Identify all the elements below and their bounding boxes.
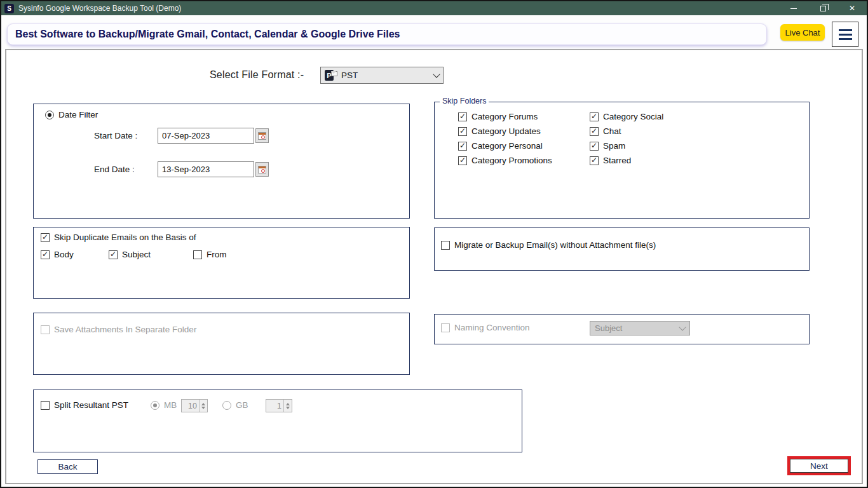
split-pst-group: Split Resultant PST MB 10 GB 1 (33, 390, 522, 452)
gb-size-spinner: 1 (266, 399, 292, 412)
end-date-row: End Date : (94, 161, 269, 177)
file-format-value: PST (341, 71, 358, 80)
spinner-arrows-icon (283, 400, 292, 412)
checkbox-icon (41, 250, 50, 259)
checkbox-subject[interactable]: Subject (109, 250, 151, 259)
checkbox-icon (41, 401, 50, 410)
close-button[interactable]: ✕ (837, 1, 867, 15)
mb-size-spinner: 10 (181, 399, 208, 412)
mb-size-value: 10 (182, 402, 199, 410)
checkbox-category-updates[interactable]: Category Updates (458, 126, 590, 136)
start-date-input[interactable] (158, 128, 254, 144)
naming-convention-group: Naming Convention Subject (434, 314, 810, 344)
checkbox-icon (441, 241, 450, 250)
save-attachments-group: Save Attachments In Separate Folder (33, 313, 410, 375)
checkbox-icon (458, 142, 467, 151)
date-filter-radio[interactable]: Date Filter (45, 110, 98, 119)
radio-icon (151, 401, 159, 410)
checkbox-category-personal[interactable]: Category Personal (458, 141, 590, 151)
skip-folders-group: Skip Folders Category Forums Category So… (434, 102, 810, 219)
checkbox-category-social[interactable]: Category Social (590, 112, 809, 121)
start-date-picker-button[interactable] (255, 128, 269, 143)
minimize-button[interactable] (779, 1, 808, 15)
radio-icon (45, 111, 54, 119)
checkbox-body[interactable]: Body (41, 250, 74, 259)
end-date-picker-button[interactable] (255, 162, 269, 177)
spinner-arrows-icon (199, 400, 207, 412)
checkbox-from[interactable]: From (193, 250, 227, 259)
checkbox-icon (193, 250, 202, 259)
next-button[interactable]: Next (790, 459, 848, 473)
window-title: Sysinfo Google Workspace Backup Tool (De… (18, 4, 181, 13)
checkbox-starred[interactable]: Starred (590, 156, 809, 165)
file-format-label: Select File Format :- (210, 69, 304, 81)
gb-size-value: 1 (266, 402, 283, 410)
checkbox-icon (590, 112, 599, 121)
restore-icon (820, 6, 826, 11)
outlook-pst-icon: P (325, 70, 337, 81)
date-filter-group: Date Filter Start Date : End Date : (33, 104, 410, 219)
end-date-label: End Date : (94, 165, 158, 174)
checkbox-icon (458, 127, 467, 136)
checkbox-chat[interactable]: Chat (590, 126, 809, 136)
checkbox-icon (41, 233, 50, 242)
radio-mb: MB (151, 400, 177, 410)
checkbox-category-forums[interactable]: Category Forums (458, 112, 590, 121)
main-panel: Select File Format :- P PST Date Filter … (5, 49, 863, 484)
chevron-down-icon (679, 323, 686, 330)
envelope-icon (331, 71, 337, 76)
calendar-icon (258, 132, 266, 140)
attachments-filter-group: Migrate or Backup Email(s) without Attac… (434, 227, 810, 271)
skip-folders-grid: Category Forums Category Social Category… (435, 102, 809, 165)
naming-convention-value: Subject (595, 323, 622, 333)
checkbox-icon (590, 156, 599, 165)
chevron-down-icon (433, 71, 440, 78)
checkbox-icon (441, 323, 450, 332)
checkbox-icon (590, 142, 599, 151)
start-date-row: Start Date : (94, 128, 269, 144)
checkbox-without-attachments[interactable]: Migrate or Backup Email(s) without Attac… (441, 240, 656, 250)
hamburger-icon (839, 29, 852, 31)
naming-convention-select: Subject (590, 321, 690, 336)
skip-duplicates-group: Skip Duplicate Emails on the Basis of Bo… (33, 227, 410, 299)
checkbox-save-attachments: Save Attachments In Separate Folder (41, 325, 196, 334)
end-date-input[interactable] (158, 161, 254, 177)
next-button-highlight: Next (787, 456, 851, 475)
checkbox-skip-duplicates[interactable]: Skip Duplicate Emails on the Basis of (41, 233, 196, 242)
window-controls: ✕ (779, 1, 867, 15)
checkbox-naming-convention: Naming Convention (441, 323, 530, 332)
date-filter-radio-label: Date Filter (58, 110, 98, 119)
app-window: S Sysinfo Google Workspace Backup Tool (… (0, 0, 868, 488)
header-strip: Best Software to Backup/Migrate Gmail, C… (1, 15, 867, 49)
radio-gb: GB (222, 400, 248, 410)
checkbox-icon (458, 156, 467, 165)
calendar-icon (258, 166, 266, 173)
checkbox-spam[interactable]: Spam (590, 141, 809, 151)
checkbox-split-pst[interactable]: Split Resultant PST (41, 400, 128, 410)
checkbox-icon (109, 250, 118, 259)
checkbox-category-promotions[interactable]: Category Promotions (458, 156, 590, 165)
app-logo-icon: S (4, 4, 14, 13)
file-format-select[interactable]: P PST (320, 67, 444, 84)
minimize-icon (790, 8, 797, 9)
title-bar: S Sysinfo Google Workspace Backup Tool (… (1, 1, 867, 15)
banner-title: Best Software to Backup/Migrate Gmail, C… (7, 24, 767, 45)
checkbox-icon (41, 325, 50, 334)
hamburger-menu-button[interactable] (832, 22, 858, 47)
skip-folders-title: Skip Folders (440, 97, 489, 105)
checkbox-icon (590, 127, 599, 136)
start-date-label: Start Date : (94, 131, 158, 140)
radio-icon (222, 401, 231, 410)
restore-button[interactable] (808, 1, 837, 15)
checkbox-icon (458, 112, 467, 121)
live-chat-button[interactable]: Live Chat (780, 24, 825, 41)
back-button[interactable]: Back (37, 459, 98, 474)
